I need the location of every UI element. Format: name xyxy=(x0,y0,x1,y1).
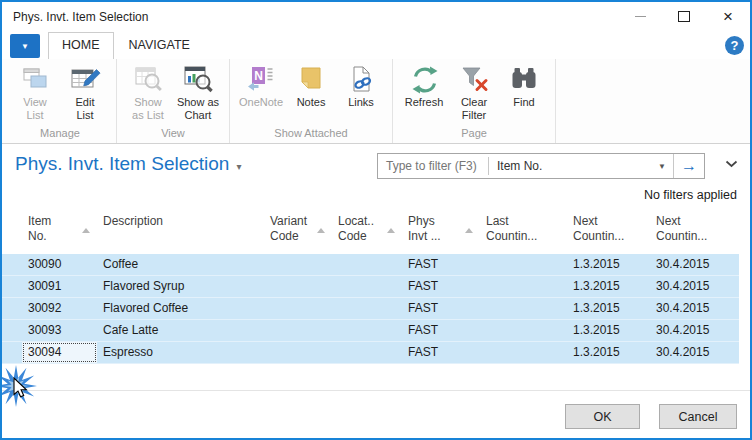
cell-item-no[interactable]: 30092 xyxy=(22,298,97,319)
notes-icon xyxy=(295,62,327,96)
column-header-next-counting-start[interactable]: NextCountin... xyxy=(567,211,650,254)
cell-item-no[interactable]: 30094 xyxy=(22,342,97,363)
page-title-caret-icon[interactable]: ▾ xyxy=(236,161,241,172)
column-header-location-code[interactable]: Locat..Code xyxy=(332,211,402,254)
edit-list-icon xyxy=(69,62,101,96)
minimize-button[interactable] xyxy=(618,2,662,31)
filter-field-selector[interactable]: Item No. xyxy=(489,159,651,173)
cell-last-counting[interactable] xyxy=(480,276,567,297)
table-row-30093[interactable]: 30093Cafe LatteFAST1.3.201530.4.2015 xyxy=(2,320,739,342)
ribbon-button-show-as-chart[interactable]: Show asChart xyxy=(173,62,223,122)
filter-box: Type to filter (F3) Item No. ▼ → xyxy=(377,153,705,179)
cell-variant-code[interactable] xyxy=(264,320,332,341)
cell-description[interactable]: Flavored Syrup xyxy=(97,276,264,297)
cell-description[interactable]: Flavored Coffee xyxy=(97,298,264,319)
cell-description[interactable]: Coffee xyxy=(97,254,264,275)
links-icon xyxy=(345,62,377,96)
ribbon-button-label: Links xyxy=(348,96,374,109)
cell-last-counting[interactable] xyxy=(480,254,567,275)
svg-text:N: N xyxy=(254,69,263,83)
application-menu-button[interactable]: ▼ xyxy=(10,34,40,58)
ok-button[interactable]: OK xyxy=(565,404,640,429)
filter-field-caret-icon[interactable]: ▼ xyxy=(651,162,673,171)
cell-phys-invt[interactable]: FAST xyxy=(402,298,480,319)
filter-status-text: No filters applied xyxy=(644,188,737,202)
cell-variant-code[interactable] xyxy=(264,342,332,363)
title-bar: Phys. Invt. Item Selection × xyxy=(2,2,750,32)
ribbon-button-edit-list[interactable]: EditList xyxy=(60,62,110,122)
cell-last-counting[interactable] xyxy=(480,320,567,341)
cell-next-counting-end[interactable]: 30.4.2015 xyxy=(650,320,739,341)
cell-description[interactable]: Cafe Latte xyxy=(97,320,264,341)
tab-navigate[interactable]: NAVIGATE xyxy=(116,32,203,58)
cell-next-counting-start[interactable]: 1.3.2015 xyxy=(567,276,650,297)
cell-next-counting-start[interactable]: 1.3.2015 xyxy=(567,342,650,363)
cell-variant-code[interactable] xyxy=(264,276,332,297)
cell-location-code[interactable] xyxy=(332,298,402,319)
column-header-item-no[interactable]: ItemNo. xyxy=(22,211,97,254)
help-button[interactable]: ? xyxy=(725,36,744,55)
cell-next-counting-end[interactable]: 30.4.2015 xyxy=(650,342,739,363)
ribbon-button-label: Refresh xyxy=(405,96,444,109)
cell-item-no[interactable]: 30090 xyxy=(22,254,97,275)
cell-phys-invt[interactable]: FAST xyxy=(402,342,480,363)
ribbon-button-refresh[interactable]: Refresh xyxy=(399,62,449,109)
cell-item-no[interactable]: 30091 xyxy=(22,276,97,297)
cell-next-counting-end[interactable]: 30.4.2015 xyxy=(650,254,739,275)
cell-next-counting-start[interactable]: 1.3.2015 xyxy=(567,298,650,319)
table-row-30092[interactable]: 30092Flavored CoffeeFAST1.3.201530.4.201… xyxy=(2,298,739,320)
column-header-phys-invt[interactable]: PhysInvt ... xyxy=(402,211,480,254)
cell-next-counting-start[interactable]: 1.3.2015 xyxy=(567,254,650,275)
cell-next-counting-start[interactable]: 1.3.2015 xyxy=(567,320,650,341)
filter-input[interactable]: Type to filter (F3) xyxy=(378,159,488,173)
table-row-30090[interactable]: 30090CoffeeFAST1.3.201530.4.2015 xyxy=(2,254,739,276)
cell-description[interactable]: Espresso xyxy=(97,342,264,363)
column-header-description[interactable]: Description xyxy=(97,211,264,254)
maximize-button[interactable] xyxy=(662,2,706,31)
ribbon-button-label: Find xyxy=(513,96,534,109)
cell-variant-code[interactable] xyxy=(264,298,332,319)
ribbon-button-view-list: ViewList xyxy=(10,62,60,122)
table-row-30091[interactable]: 30091Flavored SyrupFAST1.3.201530.4.2015 xyxy=(2,276,739,298)
ribbon-button-clear-filter[interactable]: ClearFilter xyxy=(449,62,499,122)
refresh-icon xyxy=(407,62,441,96)
minimize-icon xyxy=(635,16,646,17)
expand-filter-pane-chevron-icon[interactable] xyxy=(725,160,738,168)
column-header-last-counting[interactable]: LastCountin... xyxy=(480,211,567,254)
cell-phys-invt[interactable]: FAST xyxy=(402,254,480,275)
table-row-30094[interactable]: 30094EspressoFAST1.3.201530.4.2015 xyxy=(2,342,739,364)
ribbon-group-manage: ViewListEditListManage xyxy=(4,59,117,143)
column-header-variant-code[interactable]: VariantCode xyxy=(264,211,332,254)
cell-last-counting[interactable] xyxy=(480,298,567,319)
sort-ascending-icon xyxy=(317,228,325,233)
cell-phys-invt[interactable]: FAST xyxy=(402,276,480,297)
ribbon: ViewListEditListManageShowas ListShow as… xyxy=(2,59,750,144)
apply-filter-button[interactable]: → xyxy=(673,154,704,178)
cell-location-code[interactable] xyxy=(332,254,402,275)
cell-location-code[interactable] xyxy=(332,320,402,341)
window-title: Phys. Invt. Item Selection xyxy=(13,2,148,32)
cell-next-counting-end[interactable]: 30.4.2015 xyxy=(650,276,739,297)
ribbon-group-caption: Show Attached xyxy=(236,126,386,143)
cell-location-code[interactable] xyxy=(332,342,402,363)
find-icon xyxy=(508,62,540,96)
page-title: Phys. Invt. Item Selection▾ xyxy=(15,153,241,175)
cell-variant-code[interactable] xyxy=(264,254,332,275)
cell-phys-invt[interactable]: FAST xyxy=(402,320,480,341)
sort-ascending-icon xyxy=(387,228,395,233)
cancel-button[interactable]: Cancel xyxy=(659,404,737,429)
column-header-next-counting-end[interactable]: NextCountin... xyxy=(650,211,739,254)
tab-home[interactable]: HOME xyxy=(48,32,114,60)
sort-ascending-icon xyxy=(82,228,90,233)
cell-item-no[interactable]: 30093 xyxy=(22,320,97,341)
tab-strip: ▼ HOMENAVIGATE ? xyxy=(2,32,750,59)
ribbon-button-find[interactable]: Find xyxy=(499,62,549,109)
cell-location-code[interactable] xyxy=(332,276,402,297)
cell-next-counting-end[interactable]: 30.4.2015 xyxy=(650,298,739,319)
close-button[interactable]: × xyxy=(706,2,750,31)
cell-last-counting[interactable] xyxy=(480,342,567,363)
ribbon-button-notes[interactable]: Notes xyxy=(286,62,336,109)
ribbon-button-label: Showas List xyxy=(132,96,164,122)
ribbon-button-links[interactable]: Links xyxy=(336,62,386,109)
ribbon-group-view: Showas ListShow asChartView xyxy=(117,59,230,143)
